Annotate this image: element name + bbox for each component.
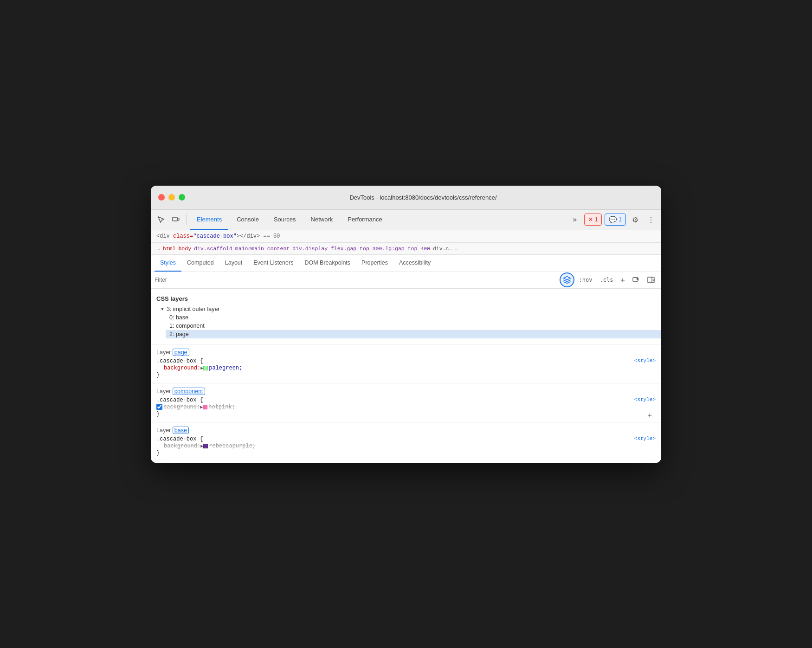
settings-icon[interactable]: ⚙	[629, 213, 642, 226]
device-toggle-icon[interactable]	[169, 213, 182, 226]
close-button[interactable]	[158, 194, 165, 201]
layer-component-link[interactable]: component	[173, 388, 205, 395]
panel-tabs: Styles Computed Layout Event Listeners D…	[151, 255, 661, 272]
css-value-palegreen: palegreen;	[209, 365, 242, 371]
svg-rect-2	[633, 278, 638, 281]
filter-buttons: :hov .cls +	[560, 272, 657, 287]
layer-base-link[interactable]: base	[173, 427, 189, 434]
window-title: DevTools - localhost:8080/docs/devtools/…	[193, 194, 654, 201]
filter-bar: :hov .cls +	[151, 272, 661, 289]
css-layers-heading: CSS layers	[151, 292, 661, 305]
add-style-rule-button[interactable]: +	[618, 275, 628, 285]
css-value-rebeccapurple: rebeccapurple;	[209, 443, 256, 449]
add-property-button[interactable]: +	[644, 411, 656, 421]
collapse-arrow: ▼	[160, 306, 165, 311]
style-source-link[interactable]: <style>	[634, 358, 656, 363]
layer-page-link[interactable]: page	[173, 349, 189, 356]
override-checkbox[interactable]	[156, 404, 162, 410]
layer-tree-children: 0: base 1: component 2: page	[156, 313, 661, 338]
svg-rect-1	[178, 218, 180, 220]
panel-tab-properties[interactable]: Properties	[356, 255, 393, 272]
style-source-link-2[interactable]: <style>	[634, 397, 656, 402]
info-badge[interactable]: 💬 1	[605, 214, 626, 226]
panel-tab-dom-breakpoints[interactable]: DOM Breakpoints	[299, 255, 356, 272]
layer-label-base: Layer base	[151, 424, 661, 435]
more-options-icon[interactable]: ⋮	[644, 213, 657, 226]
style-source-link-3[interactable]: <style>	[634, 436, 656, 441]
panel-tab-computed[interactable]: Computed	[181, 255, 219, 272]
css-rule-base: .cascade-box { <style> background: ▶ reb…	[151, 435, 661, 459]
dom-path: … html body div.scaffold main#main-conte…	[151, 243, 661, 255]
css-layers-tree: ▼ 3: implicit outer layer 0: base 1: com…	[151, 305, 661, 342]
styles-panel: CSS layers ▼ 3: implicit outer layer 0: …	[151, 289, 661, 463]
svg-rect-0	[173, 217, 177, 221]
css-selector-component: .cascade-box {	[156, 397, 203, 403]
info-icon: 💬	[609, 216, 617, 223]
panel-tab-accessibility[interactable]: Accessibility	[393, 255, 436, 272]
color-swatch-hotpink[interactable]	[203, 405, 207, 409]
new-style-rule-icon[interactable]	[630, 273, 643, 286]
tab-network[interactable]: Network	[304, 209, 340, 230]
css-close-brace-2: } +	[156, 411, 656, 417]
toolbar-right: » ✕ 1 💬 1 ⚙ ⋮	[568, 213, 657, 226]
color-swatch-palegreen[interactable]	[203, 366, 208, 370]
css-property-row-rebeccapurple: background: ▶ rebeccapurple;	[156, 442, 656, 450]
layer-tree-item-page[interactable]: 2: page	[166, 330, 661, 338]
filter-input[interactable]	[155, 277, 557, 283]
hov-button[interactable]: :hov	[576, 276, 595, 284]
section-divider-3	[151, 422, 661, 422]
layer-label-page: Layer page	[151, 346, 661, 357]
layer-tree-item-base[interactable]: 0: base	[166, 313, 661, 322]
section-divider-2	[151, 383, 661, 383]
tab-elements[interactable]: Elements	[190, 209, 228, 230]
css-prop-background-base: background:	[164, 443, 200, 449]
more-tabs-icon[interactable]: »	[568, 213, 581, 226]
css-rule-page: .cascade-box { <style> background: ▶ pal…	[151, 357, 661, 381]
inspector-icon[interactable]	[155, 213, 168, 226]
css-prop-background: background:	[164, 365, 200, 371]
error-badge[interactable]: ✕ 1	[584, 214, 602, 226]
css-prop-background-strikethrough: background:	[163, 404, 200, 410]
css-selector-base: .cascade-box {	[156, 436, 203, 442]
tab-sources[interactable]: Sources	[267, 209, 303, 230]
minimize-button[interactable]	[168, 194, 175, 201]
panel-tab-layout[interactable]: Layout	[219, 255, 248, 272]
maximize-button[interactable]	[179, 194, 185, 201]
css-property-row-hotpink: background: ▶ hotpink;	[156, 403, 656, 411]
css-selector: .cascade-box {	[156, 358, 203, 364]
tab-console[interactable]: Console	[230, 209, 265, 230]
tab-performance[interactable]: Performance	[341, 209, 388, 230]
css-layers-button[interactable]	[560, 272, 574, 287]
css-property-row: background: ▶ palegreen;	[156, 364, 656, 372]
toggle-sidebar-icon[interactable]	[644, 273, 657, 286]
traffic-lights	[158, 194, 185, 201]
panel-tab-event-listeners[interactable]: Event Listeners	[248, 255, 299, 272]
css-close-brace: }	[156, 372, 656, 378]
layer-tree-parent[interactable]: ▼ 3: implicit outer layer	[156, 305, 661, 313]
css-close-brace-3: }	[156, 450, 656, 456]
css-rule-component: .cascade-box { <style> background: ▶ hot…	[151, 396, 661, 420]
devtools-toolbar: Elements Console Sources Network Perform…	[151, 210, 661, 230]
panel-tab-styles[interactable]: Styles	[155, 255, 181, 272]
devtools-window: DevTools - localhost:8080/docs/devtools/…	[151, 186, 661, 463]
layer-label-component: Layer component	[151, 385, 661, 396]
dom-breadcrumb: <div class="cascade-box"></div> == $0	[151, 230, 661, 243]
cls-button[interactable]: .cls	[597, 276, 616, 284]
titlebar: DevTools - localhost:8080/docs/devtools/…	[151, 186, 661, 210]
toolbar-divider	[186, 214, 187, 225]
section-divider-1	[151, 344, 661, 344]
layer-tree-item-component[interactable]: 1: component	[166, 322, 661, 330]
error-icon: ✕	[588, 216, 593, 223]
color-swatch-rebeccapurple[interactable]	[203, 444, 208, 448]
css-value-hotpink: hotpink;	[208, 404, 235, 410]
